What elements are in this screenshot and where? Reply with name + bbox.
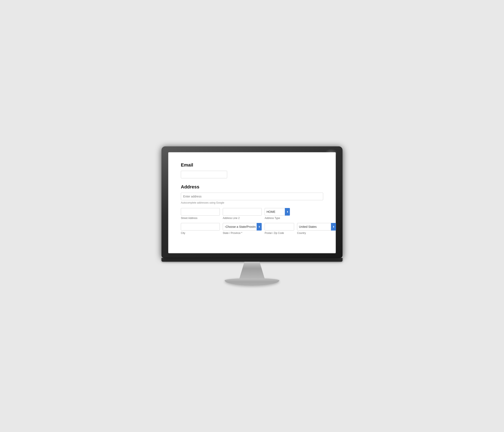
address-search-input[interactable] [181, 193, 323, 200]
monitor-bezel: Email Address Autocomplete addresses usi… [162, 146, 342, 258]
street-address-label: Street Address [181, 217, 220, 220]
street-address-input[interactable] [181, 208, 220, 216]
postal-label: Postal / Zip Code [265, 232, 294, 234]
city-label: City [181, 232, 220, 234]
state-group: -Choose a State/Province- Alabama Alaska… [223, 223, 262, 234]
country-select[interactable]: United States Canada United Kingdom Aust… [297, 223, 336, 231]
email-input[interactable] [181, 171, 227, 178]
address-section: Address Autocomplete addresses using Goo… [181, 184, 323, 234]
stand-neck [239, 262, 265, 279]
address-line2-label: Address Line 2 [223, 217, 262, 220]
address-row-1: Street Address Address Line 2 HOME WORK … [181, 208, 323, 220]
address-line2-input[interactable] [223, 208, 262, 216]
address-type-group: HOME WORK OTHER Address Type [265, 208, 290, 220]
postal-group: Postal / Zip Code [265, 223, 294, 234]
screen: Email Address Autocomplete addresses usi… [168, 152, 336, 253]
postal-input[interactable] [265, 223, 294, 231]
state-wrapper: -Choose a State/Province- Alabama Alaska… [223, 223, 262, 231]
state-select[interactable]: -Choose a State/Province- Alabama Alaska… [223, 223, 262, 231]
email-label: Email [181, 162, 323, 168]
address-type-wrapper: HOME WORK OTHER [265, 208, 290, 216]
country-wrapper: United States Canada United Kingdom Aust… [297, 223, 336, 231]
city-group: City [181, 223, 220, 234]
address-type-label: Address Type [265, 217, 290, 220]
country-label: Country [297, 232, 336, 234]
address-label: Address [181, 184, 323, 190]
email-section: Email [181, 162, 323, 178]
city-input[interactable] [181, 223, 220, 231]
address-line2-group: Address Line 2 [223, 208, 262, 220]
autocomplete-hint: Autocomplete addresses using Google [181, 201, 323, 204]
address-type-select[interactable]: HOME WORK OTHER [265, 208, 290, 216]
stand-base [225, 278, 279, 286]
street-address-group: Street Address [181, 208, 220, 220]
state-label: State / Province * [223, 232, 262, 234]
address-row-2: City -Choose a State/Province- Alabama A… [181, 223, 323, 234]
monitor-chin [162, 258, 342, 262]
country-group: United States Canada United Kingdom Aust… [297, 223, 336, 234]
monitor-wrapper: Email Address Autocomplete addresses usi… [162, 146, 342, 286]
